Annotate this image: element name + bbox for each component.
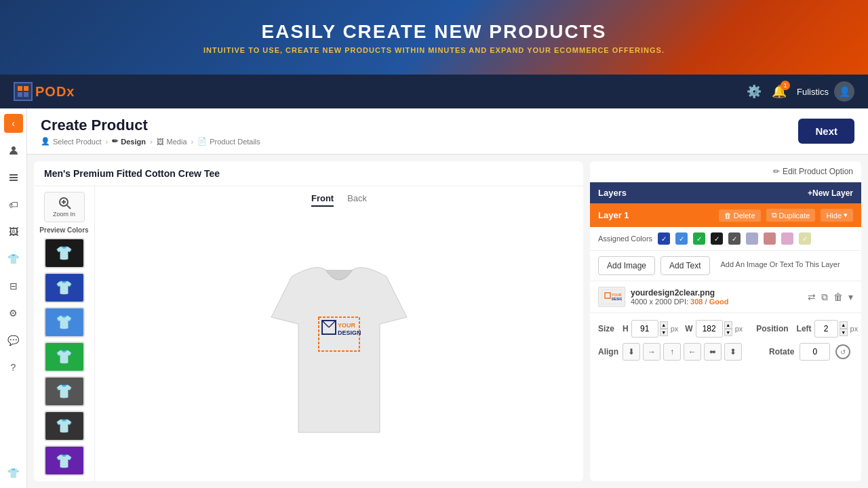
color-check-6[interactable] bbox=[746, 232, 758, 245]
svg-text:YOUR: YOUR bbox=[338, 322, 356, 329]
sidebar-icon-user[interactable] bbox=[4, 141, 23, 160]
left-down-button[interactable]: ▼ bbox=[840, 329, 848, 336]
left-input[interactable] bbox=[814, 320, 838, 338]
size-position-area: Size H ▲ ▼ px W bbox=[590, 313, 861, 367]
expand-icon[interactable]: ▾ bbox=[848, 291, 853, 302]
hero-subtitle: INTUITIVE TO USE, CREATE NEW PRODUCTS WI… bbox=[203, 46, 665, 54]
color-check-2[interactable]: ✓ bbox=[675, 232, 688, 245]
rotate-value: 0 bbox=[800, 343, 830, 361]
color-swatch-dark[interactable]: 👕 bbox=[44, 411, 85, 441]
align-btn-center-h[interactable]: ⬌ bbox=[704, 343, 722, 361]
svg-text:DESIGN: DESIGN bbox=[612, 297, 622, 301]
align-btn-center-v[interactable]: ⬍ bbox=[724, 343, 742, 361]
tab-front[interactable]: Front bbox=[311, 193, 334, 207]
tab-back[interactable]: Back bbox=[347, 193, 367, 207]
w-field-group: ▲ ▼ bbox=[696, 320, 732, 338]
sidebar-icon-back[interactable]: ‹ bbox=[4, 114, 23, 133]
edit-product-option-button[interactable]: ✏ Edit Product Option bbox=[773, 167, 853, 176]
next-button[interactable]: Next bbox=[798, 119, 854, 144]
rotate-label: Rotate bbox=[769, 347, 794, 357]
page-title: Create Product bbox=[41, 117, 260, 134]
h-up-button[interactable]: ▲ bbox=[660, 321, 668, 329]
color-check-1[interactable]: ✓ bbox=[658, 232, 670, 245]
color-swatch-green[interactable]: 👕 bbox=[44, 342, 85, 372]
sidebar-icon-grid[interactable]: ⊟ bbox=[4, 277, 23, 296]
sidebar-icon-settings[interactable]: ⚙ bbox=[4, 304, 23, 323]
zoom-in-label: Zoom In bbox=[53, 211, 75, 218]
color-swatch-charcoal[interactable]: 👕 bbox=[44, 376, 85, 407]
color-swatch-navy[interactable]: 👕 bbox=[44, 272, 85, 303]
layer-1-item[interactable]: Layer 1 🗑 Delete ⧉ Duplicate Hide ▾ bbox=[590, 203, 861, 227]
color-check-8[interactable] bbox=[781, 232, 793, 245]
page-header-left: Create Product 👤 Select Product › ✏ Desi… bbox=[41, 117, 260, 146]
notifications-icon[interactable]: 🔔 1 bbox=[772, 84, 787, 99]
align-group: Align ⬇ → ↑ ← ⬌ ⬍ bbox=[598, 343, 742, 361]
rotate-icon[interactable]: ↺ bbox=[835, 344, 850, 359]
settings-icon[interactable]: ⚙️ bbox=[747, 84, 762, 99]
w-down-button[interactable]: ▼ bbox=[724, 329, 732, 336]
w-label: W bbox=[685, 324, 692, 333]
align-buttons: ⬇ → ↑ ← ⬌ ⬍ bbox=[623, 343, 742, 361]
duplicate-layer-button[interactable]: ⧉ Duplicate bbox=[766, 209, 816, 222]
dpi-status: Good bbox=[709, 298, 729, 306]
tshirt-svg: YOUR DESIGN bbox=[251, 236, 427, 453]
color-check-9[interactable]: ✓ bbox=[799, 232, 811, 245]
replace-icon[interactable]: ⇄ bbox=[808, 291, 816, 302]
align-btn-right[interactable]: → bbox=[643, 343, 660, 361]
color-panel: Zoom In Preview Colors 👕 👕 👕 bbox=[34, 186, 95, 481]
file-icons: ⇄ ⧉ 🗑 ▾ bbox=[808, 291, 853, 303]
breadcrumb-product-details[interactable]: 📄 Product Details bbox=[197, 137, 260, 146]
new-layer-button[interactable]: +New Layer bbox=[808, 188, 853, 198]
color-check-3[interactable]: ✓ bbox=[693, 232, 705, 245]
color-swatch-blue[interactable]: 👕 bbox=[44, 307, 85, 338]
product-body: Zoom In Preview Colors 👕 👕 👕 bbox=[34, 186, 583, 481]
breadcrumb-sep-2: › bbox=[150, 138, 153, 146]
color-check-5[interactable]: ✓ bbox=[728, 232, 741, 245]
w-up-button[interactable]: ▲ bbox=[724, 321, 732, 329]
zoom-in-button[interactable]: Zoom In bbox=[44, 192, 85, 222]
layers-panel: ✏ Edit Product Option Layers +New Layer … bbox=[590, 161, 861, 481]
left-up-button[interactable]: ▲ bbox=[840, 321, 848, 329]
breadcrumb: 👤 Select Product › ✏ Design › 🖼 Media › bbox=[41, 137, 260, 146]
main-container: ‹ 🏷 🖼 👕 ⊟ ⚙ 💬 ? 👕 Create Product 👤 Selec… bbox=[0, 108, 868, 488]
file-row: YOUR DESIGN yourdesign2clear.png 4000 x … bbox=[590, 281, 861, 313]
size-group: Size H ▲ ▼ px W bbox=[598, 320, 743, 338]
align-btn-left[interactable]: ← bbox=[684, 343, 701, 361]
color-check-4[interactable]: ✓ bbox=[711, 232, 723, 245]
h-input[interactable] bbox=[631, 320, 658, 338]
breadcrumb-select-product[interactable]: 👤 Select Product bbox=[41, 137, 102, 146]
hide-layer-button[interactable]: Hide ▾ bbox=[821, 209, 853, 222]
svg-rect-0 bbox=[18, 86, 22, 91]
sidebar: ‹ 🏷 🖼 👕 ⊟ ⚙ 💬 ? 👕 bbox=[0, 108, 27, 488]
align-btn-bottom[interactable]: ⬇ bbox=[623, 343, 640, 361]
sidebar-icon-help[interactable]: ? bbox=[4, 358, 23, 377]
sidebar-icon-list[interactable] bbox=[4, 168, 23, 187]
h-label: H bbox=[623, 324, 629, 333]
layer-1-name: Layer 1 bbox=[598, 210, 629, 220]
sidebar-icon-shirt[interactable]: 👕 bbox=[4, 249, 23, 268]
svg-rect-6 bbox=[9, 177, 18, 178]
w-input[interactable] bbox=[696, 320, 723, 338]
color-check-7[interactable] bbox=[764, 232, 776, 245]
breadcrumb-media[interactable]: 🖼 Media bbox=[157, 138, 187, 146]
add-text-button[interactable]: Add Text bbox=[660, 256, 709, 275]
delete-layer-button[interactable]: 🗑 Delete bbox=[719, 209, 761, 222]
breadcrumb-design[interactable]: ✏ Design bbox=[112, 137, 146, 146]
add-placeholder-text: Add An Image Or Text To This Layer bbox=[715, 256, 846, 275]
sidebar-icon-tag[interactable]: 🏷 bbox=[4, 195, 23, 214]
align-btn-top[interactable]: ↑ bbox=[663, 343, 681, 361]
h-down-button[interactable]: ▼ bbox=[660, 329, 668, 336]
color-swatch-black[interactable]: 👕 bbox=[44, 238, 85, 268]
sidebar-icon-bottom-shirt[interactable]: 👕 bbox=[4, 464, 23, 483]
add-buttons-row: Add Image Add Text Add An Image Or Text … bbox=[590, 251, 861, 281]
color-swatch-purple[interactable]: 👕 bbox=[44, 445, 85, 476]
size-position-row: Size H ▲ ▼ px W bbox=[598, 320, 853, 338]
file-meta: 4000 x 2000 DPI: 308 / Good bbox=[631, 298, 802, 306]
add-image-button[interactable]: Add Image bbox=[598, 256, 655, 275]
delete-icon[interactable]: 🗑 bbox=[833, 291, 843, 302]
sidebar-icon-image[interactable]: 🖼 bbox=[4, 222, 23, 241]
copy-icon[interactable]: ⧉ bbox=[821, 291, 828, 303]
svg-line-9 bbox=[67, 205, 71, 209]
sidebar-icon-chat[interactable]: 💬 bbox=[4, 331, 23, 350]
left-unit: px bbox=[850, 325, 859, 333]
